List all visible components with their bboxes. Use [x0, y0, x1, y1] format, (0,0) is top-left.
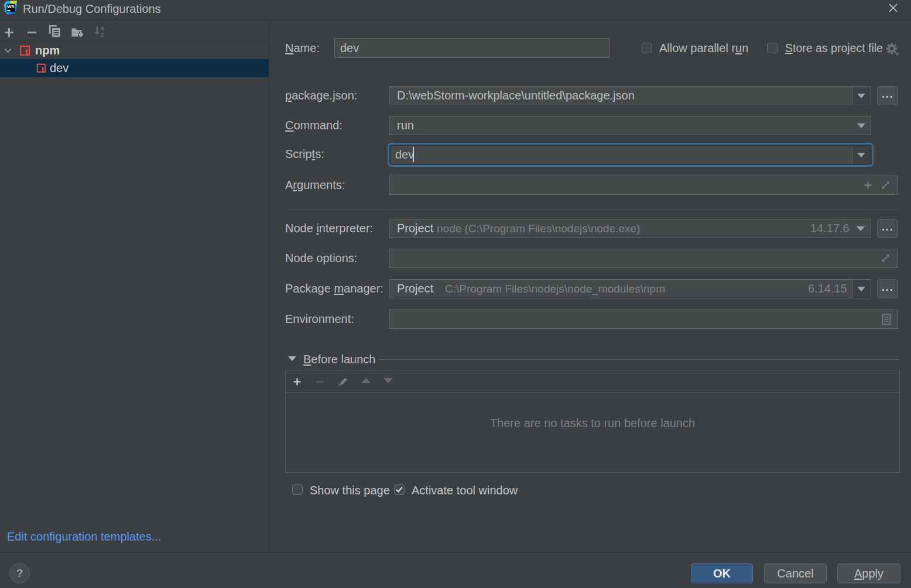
svg-text:z: z [101, 31, 104, 37]
svg-text:WS: WS [7, 4, 15, 9]
